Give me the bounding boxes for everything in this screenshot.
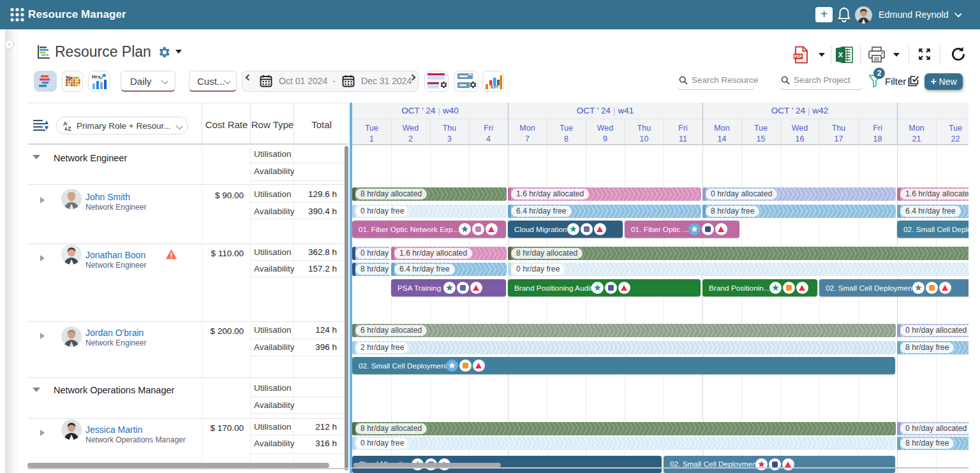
svg-text:%: % xyxy=(66,74,71,81)
svg-text:Z: Z xyxy=(68,126,71,131)
svg-text:KPI: KPI xyxy=(491,85,498,89)
svg-text:PDF: PDF xyxy=(794,54,803,59)
svg-text:Hrs: Hrs xyxy=(92,74,101,80)
svg-text:A: A xyxy=(63,120,68,127)
svg-text:X: X xyxy=(838,51,843,59)
